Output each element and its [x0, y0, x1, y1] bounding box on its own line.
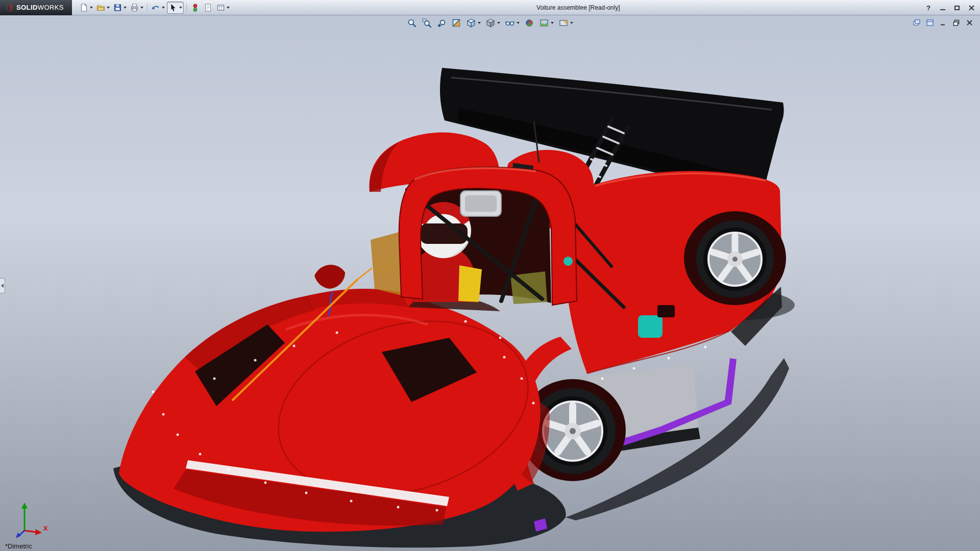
apply-scene-button[interactable]: [538, 17, 554, 29]
close-icon: [969, 5, 974, 11]
open-button[interactable]: [95, 2, 111, 14]
print-icon: [130, 3, 139, 12]
window-controls: ?: [924, 0, 976, 15]
options-button[interactable]: [215, 2, 231, 14]
window-title: Voiture assemblee [Read-only]: [536, 0, 620, 15]
file-properties-icon: [203, 3, 213, 12]
hide-show-items-icon: [505, 18, 515, 28]
featuremanager-collapse-tab[interactable]: [0, 278, 5, 293]
window-tile-button[interactable]: [925, 18, 934, 27]
previous-view-button[interactable]: [436, 17, 447, 29]
undo-icon: [151, 3, 161, 12]
heads-up-toolbar: [406, 17, 574, 29]
zoom-to-fit-icon: [407, 18, 417, 28]
section-view-button[interactable]: [451, 17, 462, 29]
display-style-icon: [485, 18, 496, 28]
options-icon: [216, 3, 226, 12]
undo-button[interactable]: [150, 2, 166, 14]
teal-marker: [564, 257, 573, 266]
window-tile-icon: [926, 19, 934, 27]
close-document-button[interactable]: [965, 18, 974, 27]
minimize-document-icon: [939, 19, 947, 27]
rear-right-wheel: [684, 211, 786, 305]
chevron-left-icon: [1, 284, 4, 288]
print-button[interactable]: [129, 2, 144, 14]
close-button[interactable]: [967, 3, 976, 12]
solidworks-logo: SOLIDWORKS: [0, 0, 72, 15]
display-style-button[interactable]: [485, 17, 501, 29]
restore-document-icon: [952, 19, 960, 27]
triad-x-axis: X: [24, 524, 48, 535]
save-icon: [113, 3, 122, 12]
view-settings-icon: [558, 18, 569, 28]
triad-z-axis: [16, 531, 24, 538]
titlebar: SOLIDWORKS: [0, 0, 980, 15]
rebuild-icon: [190, 3, 200, 12]
select-cursor-icon: [168, 3, 178, 12]
window-cascade-icon: [913, 19, 921, 27]
view-orientation-icon: [466, 18, 476, 28]
close-document-icon: [966, 19, 973, 27]
rearview-mirror: [460, 191, 501, 216]
solidworks-window: SOLIDWORKS: [0, 0, 980, 551]
edit-appearance-button[interactable]: [524, 17, 535, 29]
orientation-triad: X: [7, 497, 50, 542]
minimize-button[interactable]: [938, 3, 947, 12]
zoom-to-area-button[interactable]: [421, 17, 432, 29]
minimize-document-button[interactable]: [939, 18, 947, 27]
open-icon: [96, 3, 106, 12]
maximize-button[interactable]: [952, 3, 962, 12]
teal-side-panel: [638, 315, 663, 338]
dassault-logo-icon: [4, 3, 13, 12]
view-orientation-label: *Dimetric: [5, 542, 32, 550]
triad-y-axis: [21, 503, 28, 531]
view-orientation-button[interactable]: [465, 17, 481, 29]
minimize-icon: [940, 9, 945, 10]
edit-appearance-icon: [524, 18, 534, 28]
hide-show-items-button[interactable]: [504, 17, 520, 29]
new-document-button[interactable]: [78, 2, 94, 14]
previous-view-icon: [436, 18, 447, 28]
select-button[interactable]: [167, 2, 184, 14]
triad-x-label: X: [43, 524, 48, 532]
window-cascade-button[interactable]: [912, 18, 921, 27]
rebuild-button[interactable]: [189, 2, 201, 14]
restore-document-button[interactable]: [952, 18, 961, 27]
save-button[interactable]: [112, 2, 128, 14]
main-toolbar: [78, 0, 231, 15]
apply-scene-icon: [539, 18, 549, 28]
maximize-icon: [954, 6, 960, 10]
new-document-icon: [79, 3, 89, 12]
section-view-icon: [451, 18, 461, 28]
document-window-controls: [912, 18, 974, 27]
zoom-to-fit-button[interactable]: [406, 17, 418, 29]
car-3d-model: [0, 0, 980, 551]
view-settings-button[interactable]: [558, 17, 574, 29]
file-properties-button[interactable]: [202, 2, 214, 14]
help-button[interactable]: ?: [924, 3, 933, 12]
harness-pad: [458, 265, 482, 302]
zoom-to-area-icon: [422, 18, 432, 28]
brand-text: SOLIDWORKS: [16, 4, 64, 11]
